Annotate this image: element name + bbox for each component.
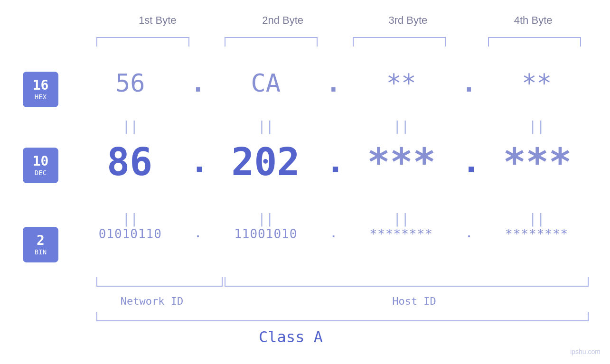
bracket-big-v-l bbox=[96, 312, 97, 321]
dec-row: 86 . 202 . *** . *** bbox=[71, 140, 596, 184]
watermark: ipshu.com bbox=[570, 348, 601, 355]
dec-sep-3: . bbox=[460, 140, 479, 184]
hex-val-4: ** bbox=[478, 69, 596, 97]
dec-val-1: 86 bbox=[71, 140, 188, 184]
bin-row: 01010110 . 11001010 . ******** . *******… bbox=[71, 227, 596, 241]
eq-1: || bbox=[71, 119, 189, 134]
bin-val-3: ******** bbox=[342, 227, 460, 241]
dec-sep-2: . bbox=[324, 140, 343, 184]
eq-db-3: || bbox=[342, 211, 460, 227]
bin-badge-number: 2 bbox=[37, 234, 45, 247]
hex-sep-2: . bbox=[325, 69, 342, 97]
bracket-v-tl-1 bbox=[96, 37, 97, 47]
bracket-top-2 bbox=[225, 37, 317, 38]
hex-val-3: ** bbox=[342, 69, 460, 97]
bracket-top-4 bbox=[488, 37, 581, 38]
hex-row: 56 . CA . ** . ** bbox=[71, 69, 596, 97]
eq-db-4: || bbox=[478, 211, 596, 227]
bin-sep-3: . bbox=[460, 227, 478, 241]
hex-badge: 16 HEX bbox=[23, 72, 58, 107]
bin-sep-2: . bbox=[325, 227, 342, 241]
column-headers: 1st Byte 2nd Byte 3rd Byte 4th Byte bbox=[95, 14, 596, 27]
bracket-big-bottom bbox=[96, 320, 589, 321]
bin-val-4: ******** bbox=[478, 227, 596, 241]
eq-3: || bbox=[342, 119, 460, 134]
eq-4: || bbox=[478, 119, 596, 134]
bracket-v-tl-4 bbox=[488, 37, 489, 47]
bracket-v-br-4 bbox=[588, 277, 589, 287]
label-row: Network ID Host ID bbox=[71, 295, 596, 307]
bracket-big-v-r bbox=[588, 312, 589, 321]
bracket-bottom-network bbox=[96, 286, 222, 287]
bracket-top-1 bbox=[96, 37, 189, 38]
hex-badge-number: 16 bbox=[33, 79, 49, 92]
bracket-v-tr-3 bbox=[445, 37, 446, 47]
bin-badge-label: BIN bbox=[35, 248, 47, 256]
eq-db-2: || bbox=[206, 211, 325, 227]
hex-sep-1: . bbox=[189, 69, 207, 97]
bin-val-2: 11001010 bbox=[206, 227, 325, 241]
bracket-v-bl-2 bbox=[225, 277, 225, 287]
host-id-label: Host ID bbox=[233, 295, 596, 307]
col-header-2: 2nd Byte bbox=[226, 14, 340, 27]
bracket-v-tl-2 bbox=[225, 37, 225, 47]
col-header-3: 3rd Byte bbox=[351, 14, 465, 27]
eq-db-1: || bbox=[71, 211, 189, 227]
col-header-4: 4th Byte bbox=[476, 14, 590, 27]
hex-badge-label: HEX bbox=[35, 93, 47, 101]
bracket-v-tr-1 bbox=[188, 37, 189, 47]
bracket-v-br-1 bbox=[222, 277, 223, 287]
dec-val-3: *** bbox=[343, 140, 460, 184]
bracket-v-bl-1 bbox=[96, 277, 97, 287]
class-label: Class A bbox=[0, 328, 582, 346]
dec-val-4: *** bbox=[479, 140, 596, 184]
bracket-bottom-host bbox=[225, 286, 589, 287]
bracket-v-tl-3 bbox=[353, 37, 354, 47]
bin-badge: 2 BIN bbox=[23, 227, 58, 262]
eq-2: || bbox=[206, 119, 325, 134]
hex-val-1: 56 bbox=[71, 69, 189, 97]
bin-val-1: 01010110 bbox=[71, 227, 189, 241]
eq-row-hex-dec: || || || || bbox=[71, 119, 596, 134]
hex-sep-3: . bbox=[460, 69, 478, 97]
dec-badge: 10 DEC bbox=[23, 148, 58, 183]
dec-sep-1: . bbox=[188, 140, 207, 184]
network-id-label: Network ID bbox=[71, 295, 233, 307]
bracket-v-tr-2 bbox=[317, 37, 318, 47]
eq-row-dec-bin: || || || || bbox=[71, 211, 596, 227]
bin-sep-1: . bbox=[189, 227, 207, 241]
hex-val-2: CA bbox=[206, 69, 325, 97]
dec-val-2: 202 bbox=[207, 140, 324, 184]
bracket-v-tr-4 bbox=[580, 37, 581, 47]
main-container: 16 HEX 10 DEC 2 BIN 1st Byte 2nd Byte 3r… bbox=[0, 0, 610, 364]
dec-badge-number: 10 bbox=[33, 155, 49, 168]
bracket-top-3 bbox=[353, 37, 445, 38]
dec-badge-label: DEC bbox=[35, 169, 47, 177]
col-header-1: 1st Byte bbox=[101, 14, 215, 27]
